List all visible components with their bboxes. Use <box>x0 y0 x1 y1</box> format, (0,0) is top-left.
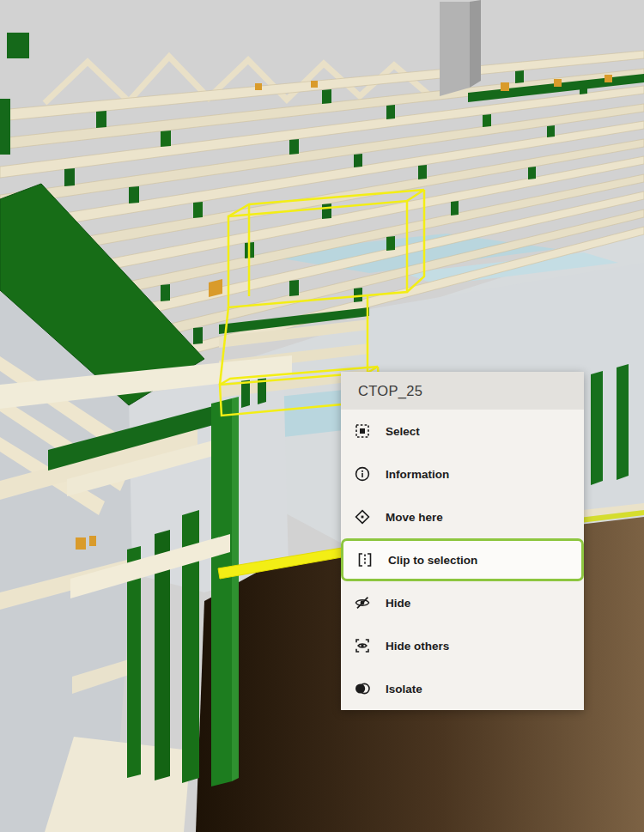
menu-item-label: Information <box>386 468 449 481</box>
menu-item-label: Hide <box>386 597 410 610</box>
menu-item-label: Clip to selection <box>388 554 477 567</box>
menu-item-clip-to-selection[interactable]: Clip to selection <box>341 538 584 581</box>
menu-item-label: Move here <box>386 511 443 524</box>
hide-others-icon <box>354 637 371 654</box>
menu-item-move-here[interactable]: Move here <box>341 495 584 538</box>
clip-to-selection-icon <box>356 551 374 568</box>
menu-item-label: Hide others <box>386 640 449 653</box>
menu-item-isolate[interactable]: Isolate <box>341 667 584 710</box>
select-icon <box>354 422 371 440</box>
move-here-icon <box>354 508 371 525</box>
hide-icon <box>354 594 371 611</box>
information-icon <box>354 465 371 483</box>
menu-item-select[interactable]: Select <box>341 410 584 452</box>
isolate-icon <box>354 680 371 697</box>
context-menu: CTOP_25 Select Information Move here Cli… <box>341 372 584 710</box>
menu-item-hide[interactable]: Hide <box>341 581 584 624</box>
chimney <box>440 0 481 96</box>
menu-item-information[interactable]: Information <box>341 452 584 495</box>
menu-item-label: Select <box>386 425 420 438</box>
green-block-top-left <box>7 33 29 58</box>
menu-item-hide-others[interactable]: Hide others <box>341 624 584 667</box>
green-sliver-left-edge <box>0 99 10 155</box>
context-menu-title: CTOP_25 <box>341 372 584 410</box>
menu-item-label: Isolate <box>386 683 422 695</box>
